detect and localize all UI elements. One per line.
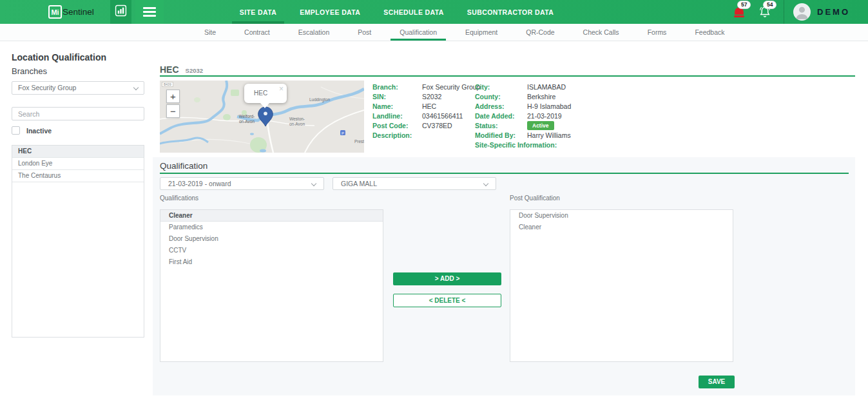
site-header-rule <box>160 75 855 77</box>
detail-row: Description: <box>372 130 480 140</box>
qualification-title: Qualification <box>160 161 207 171</box>
qualification-option-cleaner[interactable]: Cleaner <box>160 210 383 222</box>
status-badge: Active <box>527 121 554 130</box>
user-menu[interactable]: DEMO <box>784 3 868 21</box>
hamburger-icon <box>143 7 156 9</box>
detail-row: Post Code:CV378ED <box>372 120 480 130</box>
user-name: DEMO <box>817 7 850 17</box>
subnav-tab-check-calls[interactable]: Check Calls <box>569 24 633 41</box>
qualifications-label: Qualifications <box>160 195 198 202</box>
avatar <box>793 3 811 21</box>
list-item-london-eye[interactable]: London Eye <box>12 158 144 170</box>
logo-name: Sentinel <box>63 7 94 17</box>
subnav-tab-forms[interactable]: Forms <box>633 24 681 41</box>
subnav-tab-escalation[interactable]: Escalation <box>284 24 343 41</box>
period-dropdown[interactable]: 21-03-2019 - onward <box>160 177 324 190</box>
qualification-option-door-supervision[interactable]: Door Supervision <box>160 233 383 245</box>
post-dropdown[interactable]: GIGA MALL <box>333 177 496 190</box>
nav-tab-subcontractor-data[interactable]: SUBCONTRACTOR DATA <box>456 0 565 24</box>
map-zoom-in-button[interactable]: + <box>166 90 180 103</box>
navbar-right: 57 54 <box>731 0 868 24</box>
list-item-the-centaurus[interactable]: The Centaurus <box>12 170 144 182</box>
main-nav-tabs: SITE DATA EMPLOYEE DATA SCHEDULE DATA SU… <box>228 0 565 24</box>
subnav-tab-qr-code[interactable]: QR-Code <box>512 24 568 41</box>
site-name: HEC <box>160 64 179 75</box>
qualifications-listbox: Cleaner Paramedics Door Supervision CCTV… <box>160 209 383 362</box>
branches-sidebar: Location Qualification Branches Fox Secu… <box>12 52 144 338</box>
detail-row: Name:HEC <box>372 101 480 111</box>
detail-row: Address:H-9 Islamabad <box>475 101 571 111</box>
detail-row-status: Status:Active <box>475 120 571 130</box>
nav-tab-employee-data[interactable]: EMPLOYEE DATA <box>288 0 372 24</box>
popup-tail <box>260 103 269 108</box>
active-subtab-underline <box>391 39 446 41</box>
dashboard-chart-button[interactable] <box>110 0 131 24</box>
nav-tab-schedule-data[interactable]: SCHEDULE DATA <box>372 0 455 24</box>
locations-list: HEC London Eye The Centaurus <box>12 145 144 338</box>
inactive-checkbox[interactable] <box>12 126 20 135</box>
period-dropdown-value: 21-03-2019 - onward <box>168 180 231 187</box>
map-label-weston-1: Weston- <box>289 117 305 121</box>
detail-row: City:ISLAMABAD <box>475 82 571 91</box>
message-notifications-button[interactable]: 54 <box>757 0 773 24</box>
detail-row: SIN:S2032 <box>372 91 480 101</box>
detail-row: Date Added:21-03-2019 <box>475 111 571 120</box>
map-marker-pin[interactable] <box>257 106 274 129</box>
chevron-down-icon <box>483 181 488 186</box>
subnav-tab-qualification[interactable]: Qualification <box>385 24 451 41</box>
inactive-filter[interactable]: Inactive <box>12 126 144 135</box>
qualification-panel: Qualification 21-03-2019 - onward GIGA M… <box>153 157 855 395</box>
subnav-tab-site[interactable]: Site <box>190 24 230 41</box>
qualification-rule <box>160 173 849 174</box>
site-sin: S2032 <box>186 67 203 74</box>
close-icon[interactable]: × <box>279 84 284 93</box>
svg-text:P: P <box>342 131 344 135</box>
detail-row: Branch:Fox Security Group <box>372 82 480 91</box>
detail-row: County:Berkshire <box>475 91 571 101</box>
site-details-right: City:ISLAMABAD County:Berkshire Address:… <box>475 82 571 149</box>
site-location-map[interactable]: Luddington Welford- on-Avon Weston- on-A… <box>160 81 364 153</box>
hamburger-menu-button[interactable] <box>135 0 164 24</box>
alert-notifications-button[interactable]: 57 <box>731 0 747 24</box>
delete-button[interactable]: < DELETE < <box>393 294 501 307</box>
post-qualification-option-door-supervision[interactable]: Door Supervision <box>510 210 733 222</box>
subnav-tab-contract[interactable]: Contract <box>230 24 284 41</box>
map-label-luddington: Luddington <box>309 97 331 102</box>
map-zoom-out-button[interactable]: − <box>166 104 180 118</box>
site-data-subnav: Site Contract Escalation Post Qualificat… <box>0 24 868 41</box>
qualification-option-paramedics[interactable]: Paramedics <box>160 222 383 233</box>
post-dropdown-value: GIGA MALL <box>341 180 377 187</box>
subnav-tab-equipment[interactable]: Equipment <box>451 24 512 41</box>
top-navbar: Mi Sentinel SITE DATA <box>0 0 868 24</box>
map-label-welford-2: on-Avon <box>239 119 255 124</box>
logo-mark: Mi <box>48 5 62 19</box>
logo[interactable]: Mi Sentinel <box>48 0 94 24</box>
map-label-preston: Preston <box>354 139 364 144</box>
qualification-option-cctv[interactable]: CCTV <box>160 245 383 256</box>
branch-dropdown[interactable]: Fox Security Group <box>12 81 144 95</box>
alert-count-badge: 57 <box>737 1 751 9</box>
map-label-welford-1: Welford- <box>239 114 255 119</box>
detail-row: Landline:03461566411 <box>372 111 480 120</box>
detail-row: Site-Specific Information: <box>475 140 571 149</box>
message-count-badge: 54 <box>763 1 776 9</box>
list-item-hec[interactable]: HEC <box>12 146 144 158</box>
detail-row: Modified By:Harry Williams <box>475 130 571 140</box>
chevron-down-icon <box>133 85 139 90</box>
save-button[interactable]: SAVE <box>699 376 735 388</box>
map-label-weston-2: on-Avon <box>289 122 305 126</box>
page: Mi Sentinel SITE DATA <box>0 0 868 400</box>
search-input[interactable] <box>12 107 144 120</box>
qualification-option-first-aid[interactable]: First Aid <box>160 256 383 268</box>
subnav-tab-post[interactable]: Post <box>343 24 385 41</box>
subnav-tab-feedback[interactable]: Feedback <box>680 24 738 41</box>
post-qualification-label: Post Qualification <box>510 195 560 202</box>
site-header: HECS2032 <box>160 64 203 75</box>
bar-chart-icon <box>115 5 127 19</box>
post-qualification-option-cleaner[interactable]: Cleaner <box>510 222 733 233</box>
map-info-popup: HEC × <box>244 84 287 103</box>
branch-dropdown-value: Fox Security Group <box>18 84 76 91</box>
chevron-down-icon <box>311 181 316 186</box>
nav-tab-site-data[interactable]: SITE DATA <box>228 0 288 24</box>
add-button[interactable]: > ADD > <box>393 272 501 285</box>
